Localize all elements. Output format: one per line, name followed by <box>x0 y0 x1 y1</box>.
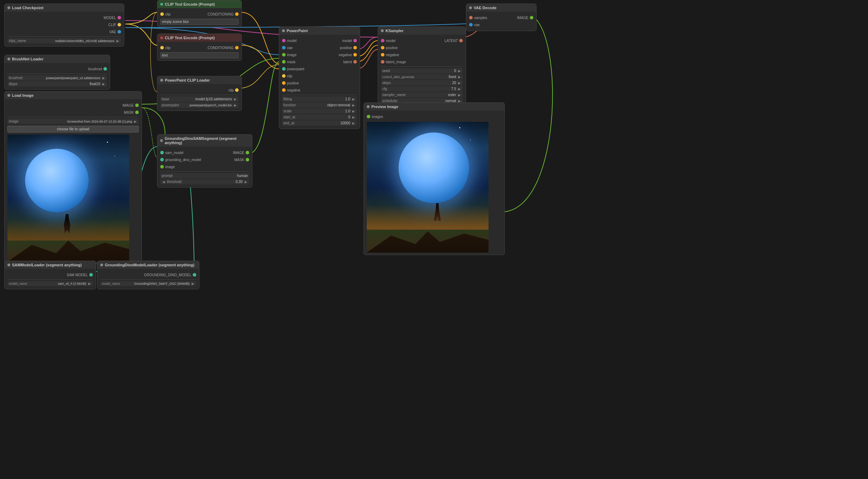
ksampler-title: KSampler <box>385 29 403 33</box>
gd-image-output-label: IMAGE <box>233 151 244 155</box>
dtype-field[interactable]: dtype float16 ▶ <box>7 81 107 87</box>
clip-encode-2-text-input[interactable] <box>160 52 239 58</box>
ks-steps-field[interactable]: steps 20 ▶ <box>381 80 463 85</box>
pp-clip-output-port[interactable] <box>235 88 239 92</box>
clip-encode-2-conditioning-port[interactable] <box>235 46 239 49</box>
vae-decode-node: VAE Decode samples IMAGE vae <box>466 4 537 31</box>
pp-negative-output-label: negative <box>339 53 352 57</box>
choose-file-button[interactable]: choose file to upload <box>7 126 139 132</box>
pp-function-arrow[interactable]: ▶ <box>352 104 355 107</box>
load-checkpoint-node: Load Checkpoint MODEL CLIP VAE ckpt_name… <box>4 4 124 47</box>
model-output-port[interactable] <box>118 16 121 19</box>
pp-scale-field[interactable]: scale 1.0 ▶ <box>282 108 357 114</box>
clip-encode-2-clip-input[interactable] <box>160 46 164 49</box>
pp-model-input-label: model <box>287 39 297 43</box>
ks-latent-output-port[interactable] <box>459 39 463 42</box>
brushnet-arrow[interactable]: ▶ <box>102 76 106 80</box>
ks-sampler-name-field[interactable]: sampler_name euler ▶ <box>381 92 463 97</box>
image-output-port[interactable] <box>135 104 139 107</box>
vd-samples-input[interactable] <box>469 16 473 19</box>
gd-model-input-port[interactable] <box>160 158 164 161</box>
ks-latent-input[interactable] <box>381 60 384 64</box>
gd-model-output-port[interactable] <box>193 273 196 277</box>
ks-steps-arrow[interactable]: ▶ <box>457 81 461 85</box>
load-image-preview <box>7 135 129 262</box>
image-arrow[interactable]: ▶ <box>133 120 137 123</box>
sam-model-input-port[interactable] <box>160 151 164 154</box>
pp-vae-input[interactable] <box>282 46 286 49</box>
pp-powerpaint-input[interactable] <box>282 67 286 71</box>
vd-vae-input[interactable] <box>469 23 473 26</box>
ks-positive-label: positive <box>386 46 398 50</box>
brushnet-loader-title: BrushNet Loader <box>12 57 43 61</box>
pp-latent-output-port[interactable] <box>353 60 357 64</box>
sam-model-name-field[interactable]: model_name sam_vit_h (2.56GB) ▶ <box>7 281 93 286</box>
pp-fitting-arrow[interactable]: ▶ <box>352 97 355 101</box>
pp-base-arrow[interactable]: ▶ <box>233 97 237 101</box>
ks-seed-arrow[interactable]: ▶ <box>457 69 461 73</box>
pp-function-field[interactable]: function object removal ▶ <box>282 102 357 108</box>
pp-mask-input[interactable] <box>282 60 286 64</box>
clip-output-port[interactable] <box>118 23 121 26</box>
pp-model-output-port[interactable] <box>353 39 357 42</box>
ks-negative-input[interactable] <box>381 53 384 57</box>
preview-image-node: Preview Image images <box>364 102 505 255</box>
gd-prompt-field[interactable]: prompt human <box>160 173 249 178</box>
pi-images-input[interactable] <box>367 115 370 118</box>
pp-base-label: base <box>162 97 179 101</box>
powerpaint-header: PowerPaint <box>279 27 360 35</box>
image-field[interactable]: image Screenshot from 2024-05-07 12-22-3… <box>7 119 139 124</box>
pp-start-at-arrow[interactable]: ▶ <box>352 116 355 119</box>
brushnet-field[interactable]: brushnet powerpaint/powerpaint_v2.safete… <box>7 75 107 81</box>
pp-clip-input-port[interactable] <box>282 74 286 78</box>
gd-model-name-field[interactable]: model_name GroundingDINO_SwinT_OGC (694M… <box>100 281 196 286</box>
clip-encode-1-clip-input[interactable] <box>160 12 164 16</box>
pp-fitting-field[interactable]: fitting 1.0 ▶ <box>282 96 357 102</box>
pp-start-at-field[interactable]: start_at 0 ▶ <box>282 114 357 120</box>
gd-model-name-arrow[interactable]: ▶ <box>191 282 195 285</box>
ckpt-name-arrow[interactable]: ▶ <box>116 39 120 43</box>
dtype-arrow[interactable]: ▶ <box>102 82 106 86</box>
image-output-label: IMAGE <box>122 104 134 107</box>
sam-model-arrow[interactable]: ▶ <box>88 282 91 285</box>
pp-negative-input[interactable] <box>282 88 286 92</box>
vae-output-port[interactable] <box>118 30 121 34</box>
pp-powerpaint-field[interactable]: powerpaint powerpaint/pytorch_model.bin … <box>160 102 239 108</box>
ks-cfg-field[interactable]: cfg 7.5 ▶ <box>381 86 463 91</box>
pp-base-field[interactable]: base model.fp16.safetensors ▶ <box>160 96 239 102</box>
ks-scheduler-arrow[interactable]: ▶ <box>457 99 461 103</box>
sam-model-loader-header: SAMModelLoader (segment anything) <box>5 261 96 269</box>
ckpt-name-field[interactable]: ckpt_name realisticVisionV60B1_v51VAE.sa… <box>7 38 121 43</box>
clip-encode-1-text-input[interactable] <box>160 19 239 25</box>
ks-control-field[interactable]: control_after_generate fixed ▶ <box>381 74 463 79</box>
ks-cfg-arrow[interactable]: ▶ <box>457 87 461 91</box>
vd-image-output-port[interactable] <box>530 16 533 19</box>
ks-control-arrow[interactable]: ▶ <box>457 75 461 79</box>
gd-mask-output-port[interactable] <box>246 158 249 161</box>
pp-image-input-label: image <box>287 53 297 57</box>
brushnet-output-port[interactable] <box>103 67 107 71</box>
pp-model-input[interactable] <box>282 39 286 42</box>
sam-model-output-port[interactable] <box>89 273 93 277</box>
pp-negative-output-port[interactable] <box>353 53 357 57</box>
gd-image-input-port[interactable] <box>160 165 164 168</box>
pp-powerpaint-arrow[interactable]: ▶ <box>233 104 237 107</box>
clip-encode-1-header: CLIP Text Encode (Prompt) <box>157 0 241 8</box>
mask-output-port[interactable] <box>135 111 139 114</box>
pp-scale-arrow[interactable]: ▶ <box>352 110 355 113</box>
pp-image-input[interactable] <box>282 53 286 57</box>
pp-end-at-arrow[interactable]: ▶ <box>352 122 355 125</box>
pp-positive-output-port[interactable] <box>353 46 357 49</box>
ks-sampler-arrow[interactable]: ▶ <box>457 93 461 97</box>
gd-threshold-right-arrow[interactable]: ▶ <box>244 180 248 184</box>
clip-encode-1-conditioning-port[interactable] <box>235 12 239 16</box>
ks-model-input[interactable] <box>381 39 384 42</box>
ks-seed-field[interactable]: seed 0 ▶ <box>381 68 463 73</box>
gd-threshold-field[interactable]: ◀ threshold 0.30 ▶ <box>160 179 249 184</box>
pp-end-at-field[interactable]: end_at 10000 ▶ <box>282 120 357 126</box>
brushnet-field-label: brushnet <box>9 76 26 80</box>
gd-image-output-port[interactable] <box>246 151 249 154</box>
gd-threshold-left-arrow[interactable]: ◀ <box>162 180 166 184</box>
ks-positive-input[interactable] <box>381 46 384 49</box>
pp-positive-input[interactable] <box>282 81 286 85</box>
